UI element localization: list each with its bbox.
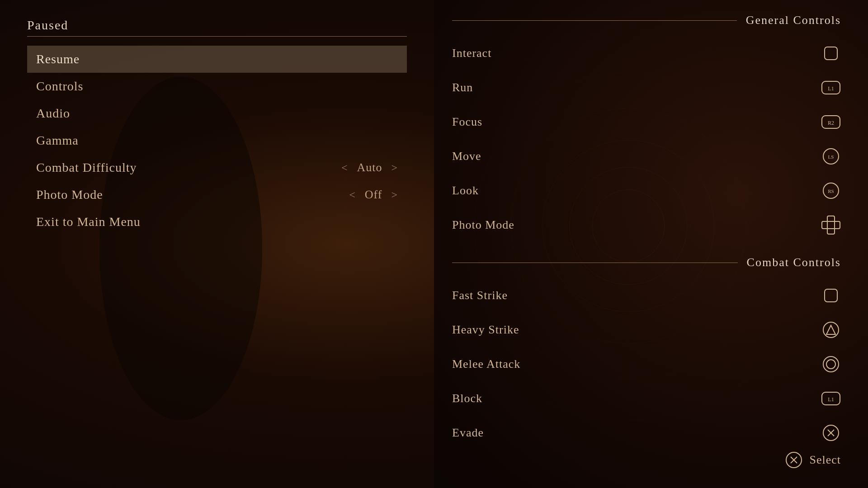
rs-icon-look: RS	[821, 181, 841, 201]
main-overlay: Paused Resume Controls Audio Gamma	[0, 0, 868, 488]
control-label-fast-strike: Fast Strike	[452, 289, 508, 302]
svg-text:R2: R2	[828, 120, 834, 126]
control-item-melee-attack: Melee Attack	[452, 347, 841, 381]
general-controls-header: General Controls	[452, 14, 841, 27]
svg-marker-26	[826, 325, 835, 334]
menu-item-combat-difficulty[interactable]: Combat Difficulty < Auto >	[27, 154, 407, 181]
l1-icon-block: L1	[821, 389, 841, 408]
svg-text:L1: L1	[828, 396, 834, 403]
control-label-focus: Focus	[452, 115, 482, 129]
svg-text:LS: LS	[828, 154, 834, 160]
photo-mode-value: Off	[365, 188, 382, 202]
combat-difficulty-controls: < Auto >	[341, 161, 398, 174]
general-controls-divider	[452, 20, 737, 21]
right-panel: General Controls Interact Run L1	[434, 0, 868, 488]
svg-rect-24	[825, 289, 837, 302]
control-label-move: Move	[452, 150, 481, 163]
control-label-evade: Evade	[452, 426, 484, 440]
svg-rect-13	[825, 47, 837, 60]
menu-item-photo-mode-label: Photo Mode	[36, 188, 103, 202]
control-label-look: Look	[452, 184, 479, 197]
control-item-block: Block L1	[452, 381, 841, 416]
combat-difficulty-left-arrow[interactable]: <	[341, 162, 348, 174]
left-panel: Paused Resume Controls Audio Gamma	[0, 0, 434, 488]
menu-item-controls-label: Controls	[36, 79, 83, 93]
control-item-evade: Evade	[452, 416, 841, 450]
control-item-heavy-strike: Heavy Strike	[452, 313, 841, 347]
paused-title: Paused	[27, 18, 407, 33]
menu-item-resume-label: Resume	[36, 52, 80, 66]
svg-rect-22	[827, 216, 835, 234]
control-label-heavy-strike: Heavy Strike	[452, 323, 519, 337]
control-item-interact: Interact	[452, 36, 841, 70]
general-controls-title: General Controls	[746, 14, 841, 27]
combat-controls-header: Combat Controls	[452, 256, 841, 269]
control-item-run: Run L1	[452, 70, 841, 105]
circle-icon-melee-attack	[821, 354, 841, 374]
ls-icon-move: LS	[821, 146, 841, 166]
combat-difficulty-value: Auto	[357, 161, 382, 174]
combat-controls-title: Combat Controls	[747, 256, 841, 269]
cross-icon-evade	[821, 423, 841, 443]
menu-item-gamma-label: Gamma	[36, 133, 79, 147]
general-controls-list: Interact Run L1 Focus	[452, 36, 841, 242]
combat-controls-divider	[452, 263, 738, 263]
svg-text:L1: L1	[828, 85, 834, 92]
control-item-photo-mode-right: Photo Mode	[452, 208, 841, 242]
menu-item-combat-difficulty-label: Combat Difficulty	[36, 160, 137, 175]
select-label[interactable]: Select	[809, 453, 841, 467]
photo-mode-right-arrow[interactable]: >	[391, 189, 398, 201]
bottom-bar: Select	[784, 450, 841, 470]
menu-list: Resume Controls Audio Gamma Combat Diffi…	[27, 46, 407, 235]
control-item-focus: Focus R2	[452, 105, 841, 139]
menu-item-audio[interactable]: Audio	[27, 100, 407, 127]
control-label-interact: Interact	[452, 47, 491, 60]
photo-mode-left-arrow[interactable]: <	[349, 189, 356, 201]
control-item-fast-strike: Fast Strike	[452, 278, 841, 313]
menu-item-gamma[interactable]: Gamma	[27, 127, 407, 154]
control-label-photo-mode: Photo Mode	[452, 218, 514, 232]
square-icon-interact	[821, 43, 841, 63]
control-item-move: Move LS	[452, 139, 841, 174]
menu-item-controls[interactable]: Controls	[27, 73, 407, 100]
control-label-run: Run	[452, 81, 473, 94]
dpad-icon-photo-mode	[821, 215, 841, 235]
l1-icon-run: L1	[821, 78, 841, 98]
combat-difficulty-right-arrow[interactable]: >	[391, 162, 398, 174]
menu-item-audio-label: Audio	[36, 106, 70, 120]
r2-icon-focus: R2	[821, 112, 841, 132]
triangle-icon-heavy-strike	[821, 320, 841, 340]
combat-controls-list: Fast Strike Heavy Strike Melee Attack	[452, 278, 841, 450]
square-icon-fast-strike	[821, 286, 841, 305]
control-label-melee-attack: Melee Attack	[452, 357, 520, 371]
title-divider	[27, 36, 407, 37]
menu-item-exit-main-menu-label: Exit to Main Menu	[36, 215, 141, 229]
menu-item-resume[interactable]: Resume	[27, 46, 407, 73]
svg-point-28	[826, 360, 835, 369]
menu-item-exit-main-menu[interactable]: Exit to Main Menu	[27, 208, 407, 235]
cross-icon-select[interactable]	[784, 450, 804, 470]
svg-rect-23	[822, 221, 840, 229]
svg-point-27	[823, 357, 839, 372]
control-item-look: Look RS	[452, 174, 841, 208]
menu-item-photo-mode[interactable]: Photo Mode < Off >	[27, 181, 407, 208]
photo-mode-controls: < Off >	[349, 188, 398, 202]
svg-text:RS: RS	[828, 188, 834, 194]
control-label-block: Block	[452, 392, 482, 405]
